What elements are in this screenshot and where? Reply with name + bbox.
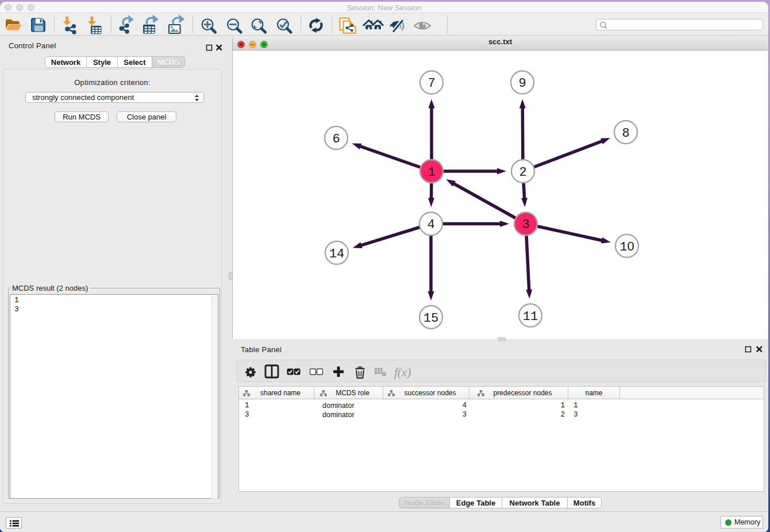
svg-text:6: 6 bbox=[332, 132, 340, 147]
svg-text:f(x): f(x) bbox=[394, 365, 411, 379]
svg-text:1: 1 bbox=[428, 165, 435, 180]
svg-text:15: 15 bbox=[424, 311, 438, 326]
svg-text:2: 2 bbox=[519, 165, 526, 180]
svg-text:9: 9 bbox=[518, 76, 526, 91]
svg-text:11: 11 bbox=[523, 310, 538, 324]
svg-text:8: 8 bbox=[622, 126, 629, 141]
svg-text:14: 14 bbox=[329, 247, 344, 261]
svg-text:10: 10 bbox=[619, 239, 634, 255]
svg-text:4: 4 bbox=[427, 218, 434, 232]
svg-text:3: 3 bbox=[522, 218, 529, 232]
svg-text:7: 7 bbox=[428, 76, 435, 91]
